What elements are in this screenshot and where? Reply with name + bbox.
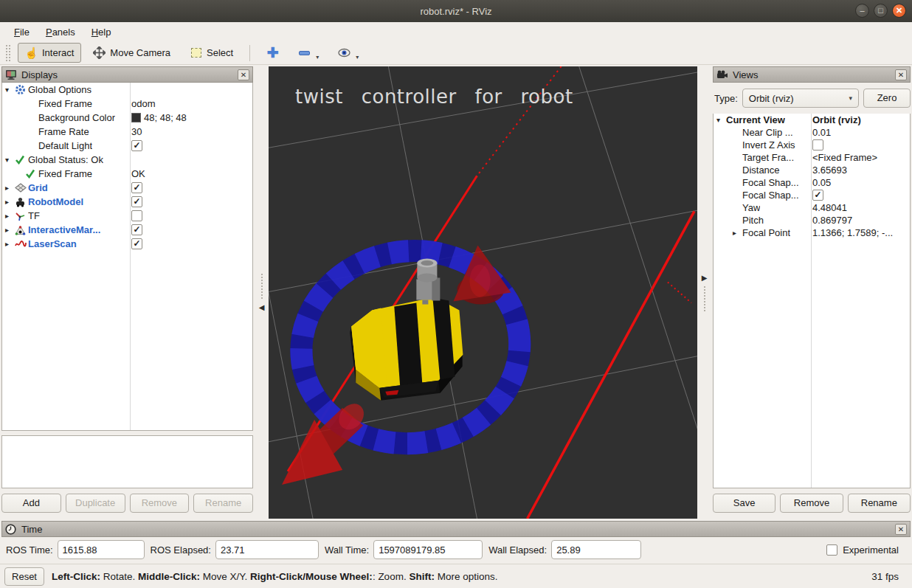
tree-row[interactable]: Near Clip ...0.01 (714, 126, 910, 139)
left-splitter[interactable]: ◀ (255, 66, 269, 519)
focus-camera-tool-button[interactable]: ▾ (331, 43, 366, 63)
value-text[interactable]: 48; 48; 48 (144, 112, 187, 123)
remove-view-button[interactable]: Remove (780, 494, 843, 513)
menu-help[interactable]: Help (85, 24, 118, 40)
add-button[interactable]: Add (1, 494, 61, 513)
checkbox[interactable]: ✓ (131, 196, 142, 207)
tree-row[interactable]: Default Light✓ (2, 139, 252, 153)
close-button[interactable]: ✕ (892, 4, 906, 18)
wall-time-input[interactable] (373, 540, 483, 559)
value-text[interactable]: odom (131, 98, 156, 109)
tree-row[interactable]: ▾Global Options (2, 83, 252, 97)
expander-closed-icon[interactable]: ▸ (5, 212, 15, 220)
tree-row[interactable]: Invert Z Axis (714, 139, 910, 151)
color-swatch[interactable] (131, 113, 141, 122)
value-text[interactable]: 4.48041 (812, 202, 847, 213)
close-icon[interactable]: ✕ (895, 69, 907, 80)
tree-row[interactable]: ▾Global Status: Ok (2, 153, 252, 167)
menubar: File Panels Help (0, 22, 912, 41)
wall-elapsed-input[interactable] (551, 540, 641, 559)
value-text[interactable]: 0.869797 (812, 215, 852, 226)
fps-counter: 31 fps (871, 571, 908, 582)
move-camera-tool-button[interactable]: Move Camera (86, 43, 178, 63)
ros-elapsed-input[interactable] (215, 540, 319, 559)
save-button[interactable]: Save (713, 494, 775, 513)
tree-row[interactable]: ▸LaserScan✓ (2, 237, 252, 251)
rename-button[interactable]: Rename (193, 494, 253, 513)
tree-row[interactable]: Distance3.65693 (714, 164, 910, 176)
collapse-right-icon[interactable]: ▶ (702, 274, 708, 282)
checkbox[interactable] (131, 210, 142, 221)
right-splitter[interactable]: ▶ (697, 66, 711, 519)
tree-row[interactable]: Target Fra...<Fixed Frame> (714, 151, 910, 164)
splitter-handle[interactable] (261, 274, 263, 299)
displays-buttons: Add Duplicate Remove Rename (1, 494, 253, 513)
checkbox[interactable]: ✓ (131, 224, 142, 235)
close-icon[interactable]: ✕ (238, 69, 249, 80)
checkbox[interactable] (812, 139, 823, 151)
tree-row[interactable]: ▸Grid✓ (2, 181, 252, 195)
value-text[interactable]: <Fixed Frame> (812, 152, 877, 163)
expander-open-icon[interactable]: ▾ (5, 156, 15, 164)
checkbox[interactable]: ✓ (131, 140, 142, 151)
tree-item-value: ✓ (812, 190, 908, 201)
expander-closed-icon[interactable]: ▸ (5, 240, 15, 248)
menu-panels[interactable]: Panels (39, 24, 82, 40)
value-text[interactable]: 3.65693 (812, 165, 847, 176)
select-tool-button[interactable]: Select (182, 43, 241, 63)
ros-time-input[interactable] (58, 540, 145, 559)
tree-row[interactable]: Yaw4.48041 (714, 201, 910, 214)
splitter-handle[interactable] (704, 286, 705, 311)
tree-row[interactable]: ▸InteractiveMar...✓ (2, 223, 252, 237)
time-panel-header[interactable]: Time ✕ (1, 521, 911, 537)
duplicate-button[interactable]: Duplicate (66, 494, 125, 513)
tree-row[interactable]: Pitch0.869797 (714, 214, 910, 226)
minimize-button[interactable]: – (855, 4, 869, 18)
expander-open-icon[interactable]: ▾ (716, 116, 726, 124)
checkbox[interactable]: ✓ (812, 190, 823, 201)
views-panel-header[interactable]: Views ✕ (713, 66, 911, 83)
display-description-box (1, 435, 253, 488)
menu-file[interactable]: File (7, 24, 36, 40)
remove-button[interactable]: Remove (130, 494, 190, 513)
value-text[interactable]: 30 (131, 126, 142, 137)
checkbox[interactable]: ✓ (131, 238, 142, 249)
maximize-button[interactable]: □ (874, 4, 888, 18)
zero-button[interactable]: Zero (863, 89, 911, 108)
zoom-in-tool-button[interactable]: ✚ (259, 43, 286, 63)
collapse-left-icon[interactable]: ◀ (259, 303, 265, 311)
tree-row[interactable]: ▸TF (2, 209, 252, 223)
value-text[interactable]: 1.1366; 1.7589; -... (812, 227, 893, 238)
expander-closed-icon[interactable]: ▸ (5, 184, 15, 192)
tree-row[interactable]: ▾Current ViewOrbit (rviz) (714, 114, 910, 126)
close-icon[interactable]: ✕ (895, 524, 907, 535)
marker-icon (15, 225, 28, 235)
tree-row[interactable]: Focal Shap...0.05 (714, 176, 910, 189)
expander-closed-icon[interactable]: ▸ (733, 229, 742, 237)
tree-row[interactable]: ▸Focal Point1.1366; 1.7589; -... (714, 226, 910, 239)
tree-row[interactable]: Frame Rate30 (2, 125, 252, 139)
tree-row[interactable]: ▸RobotModel✓ (2, 195, 252, 209)
3d-viewport[interactable]: twist controller for robot (269, 66, 697, 519)
tree-row[interactable]: Fixed FrameOK (2, 167, 252, 181)
rename-view-button[interactable]: Rename (848, 494, 911, 513)
checkbox[interactable]: ✓ (131, 182, 142, 193)
value-text[interactable]: OK (131, 168, 145, 179)
interact-tool-button[interactable]: ☝ Interact (18, 43, 81, 63)
displays-panel-header[interactable]: Displays ✕ (1, 66, 253, 83)
value-text[interactable]: 0.05 (812, 177, 831, 188)
tree-row[interactable]: Fixed Frameodom (2, 97, 252, 111)
tree-row[interactable]: Background Color48; 48; 48 (2, 111, 252, 125)
experimental-checkbox[interactable] (826, 544, 837, 556)
expander-closed-icon[interactable]: ▸ (5, 226, 15, 234)
expander-open-icon[interactable]: ▾ (5, 86, 15, 94)
tree-row[interactable]: Focal Shap...✓ (714, 189, 910, 201)
value-text[interactable]: 0.01 (812, 127, 831, 138)
zoom-out-tool-button[interactable]: ▾ (291, 43, 326, 63)
view-type-dropdown[interactable]: Orbit (rviz) ▾ (742, 89, 859, 108)
value-text[interactable]: Orbit (rviz) (812, 114, 861, 125)
reset-button[interactable]: Reset (4, 567, 44, 586)
tree-item-value: 3.65693 (812, 165, 908, 176)
expander-closed-icon[interactable]: ▸ (5, 198, 15, 206)
toolbar-drag-handle[interactable] (6, 45, 10, 61)
